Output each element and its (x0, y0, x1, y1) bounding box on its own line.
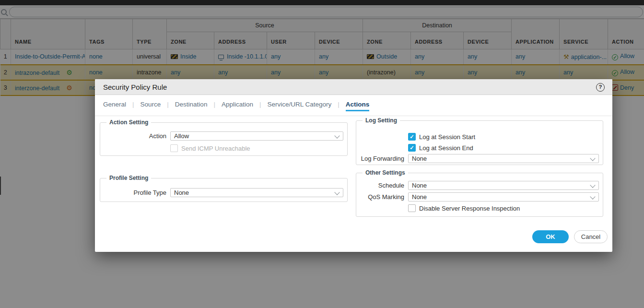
log-forwarding-label: Log Forwarding (360, 155, 404, 162)
log-at-session-start-label: Log at Session Start (419, 133, 475, 141)
profile-type-label: Profile Type (104, 189, 166, 196)
tab-separator (259, 101, 261, 111)
disable-server-response-inspection-label: Disable Server Response Inspection (419, 205, 520, 212)
qos-marking-select-value: None (412, 193, 427, 201)
log-setting-legend: Log Setting (363, 117, 400, 124)
screen: NAME TAGS TYPE Source Destination APPLIC… (0, 0, 644, 308)
tab-service-url-category[interactable]: Service/URL Category (267, 101, 331, 111)
tab-divider (95, 116, 612, 116)
log-forwarding-select-value: None (412, 155, 427, 162)
schedule-select-value: None (412, 182, 427, 189)
tab-separator (338, 101, 340, 111)
profile-type-select[interactable]: None (170, 188, 343, 197)
tab-destination[interactable]: Destination (175, 101, 208, 111)
log-at-session-end-checkbox[interactable] (408, 144, 416, 152)
tab-source[interactable]: Source (141, 101, 161, 111)
dialog-tabs: General Source Destination Application S… (103, 101, 604, 111)
log-setting-section: Log Setting Log at Session Start Log at … (356, 120, 603, 165)
other-settings-legend: Other Settings (363, 169, 408, 176)
tab-separator (167, 101, 169, 111)
profile-setting-section: Profile Setting Profile Type None (100, 178, 348, 202)
tab-actions[interactable]: Actions (346, 101, 370, 111)
tab-application[interactable]: Application (222, 101, 253, 111)
tab-general[interactable]: General (103, 101, 126, 111)
tab-separator (132, 101, 134, 111)
schedule-label: Schedule (360, 182, 404, 189)
disable-server-response-inspection-checkbox[interactable] (408, 204, 416, 212)
action-setting-legend: Action Setting (106, 119, 151, 126)
action-select[interactable]: Allow (170, 131, 343, 141)
schedule-select[interactable]: None (408, 181, 599, 190)
tab-separator (213, 101, 215, 111)
help-icon[interactable]: ? (596, 83, 605, 92)
log-forwarding-select[interactable]: None (408, 154, 599, 163)
other-settings-section: Other Settings Schedule None QoS Marking… (356, 173, 603, 217)
dialog-title: Security Policy Rule (103, 79, 167, 95)
security-policy-rule-dialog: Security Policy Rule ? General Source De… (95, 79, 612, 252)
action-select-value: Allow (174, 132, 189, 140)
action-label: Action (104, 132, 166, 140)
dialog-title-bar: Security Policy Rule ? (95, 79, 612, 95)
qos-marking-select[interactable]: None (408, 192, 599, 201)
send-icmp-unreachable-label: Send ICMP Unreachable (181, 145, 250, 152)
log-at-session-start-checkbox[interactable] (408, 133, 416, 141)
action-setting-section: Action Setting Action Allow Send ICMP Un… (100, 122, 348, 156)
profile-type-select-value: None (174, 189, 189, 196)
send-icmp-unreachable-checkbox[interactable] (170, 144, 178, 152)
ok-button[interactable]: OK (532, 230, 569, 243)
cancel-button[interactable]: Cancel (574, 230, 608, 243)
profile-setting-legend: Profile Setting (106, 175, 151, 181)
log-at-session-end-label: Log at Session End (419, 144, 473, 152)
qos-marking-label: QoS Marking (360, 193, 404, 201)
